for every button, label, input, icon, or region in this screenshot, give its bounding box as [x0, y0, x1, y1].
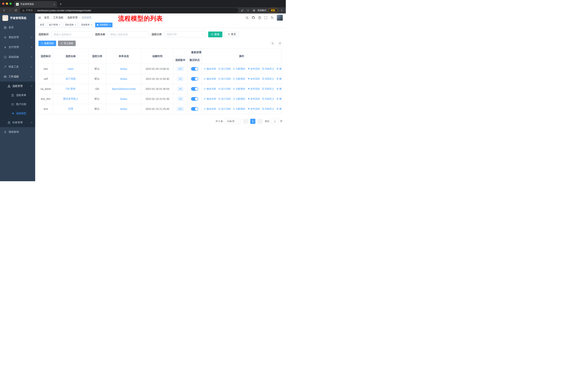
action-publish-link[interactable]: 发布流程: [247, 77, 260, 81]
sidebar-item-payment[interactable]: ¥ 支付管理: [0, 42, 35, 52]
action-delete-link[interactable]: 删除: [276, 77, 282, 81]
action-design-link[interactable]: 设计流程: [218, 77, 231, 81]
tag-close-icon[interactable]: ×: [91, 24, 92, 26]
sidebar-item-task-management[interactable]: 任务管理: [0, 118, 35, 127]
action-modify-link[interactable]: 修改流程: [204, 87, 216, 91]
active-toggle[interactable]: [191, 67, 198, 71]
action-assign-rule-link[interactable]: 分配规则: [233, 107, 245, 111]
action-publish-link[interactable]: 发布流程: [247, 87, 260, 91]
sidebar-item-process-management[interactable]: 流程管理: [0, 81, 35, 91]
browser-update-button[interactable]: 更新: [268, 8, 278, 13]
tag-my-process[interactable]: 我的流程 ×: [63, 23, 78, 27]
action-design-link[interactable]: 设计流程: [218, 67, 231, 71]
action-modify-link[interactable]: 修改流程: [204, 77, 216, 81]
sidebar-item-devtools[interactable]: 研发工具: [0, 62, 35, 72]
fullscreen-icon[interactable]: [264, 16, 267, 19]
form-info-link[interactable]: /bpm/oa/leave/create: [112, 87, 136, 90]
bookmark-star-icon[interactable]: ☆: [246, 8, 250, 12]
sidebar-item-home[interactable]: 首页: [0, 23, 35, 32]
back-button[interactable]: [2, 8, 6, 12]
filter-name-input[interactable]: [108, 31, 149, 37]
toggle-search-button[interactable]: [270, 40, 275, 46]
action-publish-link[interactable]: 发布流程: [247, 107, 260, 111]
forward-button[interactable]: [8, 8, 12, 12]
next-page-button[interactable]: ›: [258, 119, 263, 124]
font-size-icon[interactable]: [271, 16, 273, 19]
sidebar-item-infrastructure[interactable]: 基础设施: [0, 52, 35, 62]
page-number-button[interactable]: 1: [250, 119, 255, 124]
tag-process-form[interactable]: 流程表单 ×: [79, 23, 94, 27]
address-bar[interactable]: 不安全 dashboard.yudao.iocoder.cn/bpm/manag…: [20, 8, 238, 13]
new-tab-button[interactable]: +: [58, 2, 63, 7]
action-design-link[interactable]: 设计流程: [218, 107, 231, 111]
action-publish-link[interactable]: 发布流程: [247, 67, 260, 71]
github-icon[interactable]: [252, 16, 255, 19]
form-info-link[interactable]: biubiu: [120, 67, 127, 70]
action-delete-link[interactable]: 删除: [276, 67, 282, 71]
action-assign-rule-link[interactable]: 分配规则: [233, 67, 245, 71]
breadcrumb-home[interactable]: 首页: [44, 16, 49, 19]
tag-close-icon[interactable]: ×: [75, 24, 76, 26]
action-assign-rule-link[interactable]: 分配规则: [233, 87, 245, 91]
action-modify-link[interactable]: 修改流程: [204, 67, 216, 71]
import-process-button[interactable]: 导入流程: [58, 40, 76, 46]
tag-process-model[interactable]: 流程模型 ×: [95, 23, 113, 27]
browser-menu-icon[interactable]: [280, 8, 284, 12]
sidebar-item-leave-query[interactable]: 请假查询: [0, 127, 35, 137]
window-close-button[interactable]: [2, 2, 4, 5]
action-definition-link[interactable]: 流程定义: [262, 107, 274, 111]
action-publish-link[interactable]: 发布流程: [247, 97, 260, 101]
active-toggle[interactable]: [191, 87, 198, 91]
tag-home[interactable]: 首页: [38, 23, 46, 27]
window-minimize-button[interactable]: [6, 2, 8, 5]
process-name-link[interactable]: 滔博: [68, 107, 73, 110]
window-zoom-button[interactable]: [10, 2, 12, 5]
form-info-link[interactable]: biubiu: [120, 97, 127, 100]
reset-button[interactable]: 重置: [225, 31, 239, 37]
sidebar-item-user-group[interactable]: 用户分组: [0, 100, 35, 109]
filter-category-select[interactable]: 流程分类: [164, 31, 206, 37]
process-name-link[interactable]: eeee: [68, 67, 74, 70]
action-delete-link[interactable]: 删除: [276, 87, 282, 91]
tab-close-icon[interactable]: ×: [53, 3, 55, 6]
breadcrumb-workflow[interactable]: 工作流程: [53, 16, 63, 19]
sidebar-item-system[interactable]: 系统管理: [0, 32, 35, 42]
action-definition-link[interactable]: 流程定义: [262, 67, 274, 71]
reload-button[interactable]: [14, 8, 18, 12]
tag-close-icon[interactable]: ×: [109, 24, 111, 26]
user-avatar[interactable]: [277, 15, 283, 21]
goto-page-input[interactable]: [271, 119, 279, 124]
password-key-icon[interactable]: [240, 8, 244, 12]
action-definition-link[interactable]: 流程定义: [262, 87, 274, 91]
create-process-button[interactable]: 新建流程: [38, 40, 56, 46]
collapse-menu-icon[interactable]: [38, 16, 41, 19]
action-modify-link[interactable]: 修改流程: [204, 107, 216, 111]
tag-close-icon[interactable]: ×: [59, 24, 60, 26]
active-toggle[interactable]: [191, 77, 198, 81]
action-delete-link[interactable]: 删除: [276, 97, 282, 101]
action-assign-rule-link[interactable]: 分配规则: [233, 97, 245, 101]
process-name-link[interactable]: 自己审批: [66, 77, 76, 80]
action-definition-link[interactable]: 流程定义: [262, 97, 274, 101]
prev-page-button[interactable]: ‹: [243, 119, 248, 124]
action-definition-link[interactable]: 流程定义: [262, 77, 274, 81]
tag-tenant-management[interactable]: 租户管理 ×: [47, 23, 62, 27]
action-delete-link[interactable]: 删除: [276, 107, 282, 111]
page-size-select[interactable]: 10条/页: [225, 119, 241, 124]
sidebar-item-process-model[interactable]: 流程模型: [0, 109, 35, 118]
action-modify-link[interactable]: 修改流程: [204, 97, 216, 101]
breadcrumb-process-management[interactable]: 流程管理: [67, 16, 77, 19]
action-assign-rule-link[interactable]: 分配规则: [233, 77, 245, 81]
browser-tab[interactable]: 芋道管理系统 ×: [14, 1, 57, 7]
active-toggle[interactable]: [191, 97, 198, 101]
process-name-link[interactable]: OA 请假: [66, 87, 75, 90]
form-info-link[interactable]: biubiu: [120, 77, 127, 80]
help-icon[interactable]: [258, 16, 261, 19]
search-icon[interactable]: [245, 16, 249, 19]
sidebar-item-workflow[interactable]: 工作流程: [0, 72, 35, 81]
filter-key-input[interactable]: [51, 31, 93, 37]
action-design-link[interactable]: 设计流程: [218, 87, 231, 91]
refresh-table-button[interactable]: [277, 40, 283, 46]
sidebar-item-process-form[interactable]: 流程表单: [0, 91, 35, 100]
action-design-link[interactable]: 设计流程: [218, 97, 231, 101]
